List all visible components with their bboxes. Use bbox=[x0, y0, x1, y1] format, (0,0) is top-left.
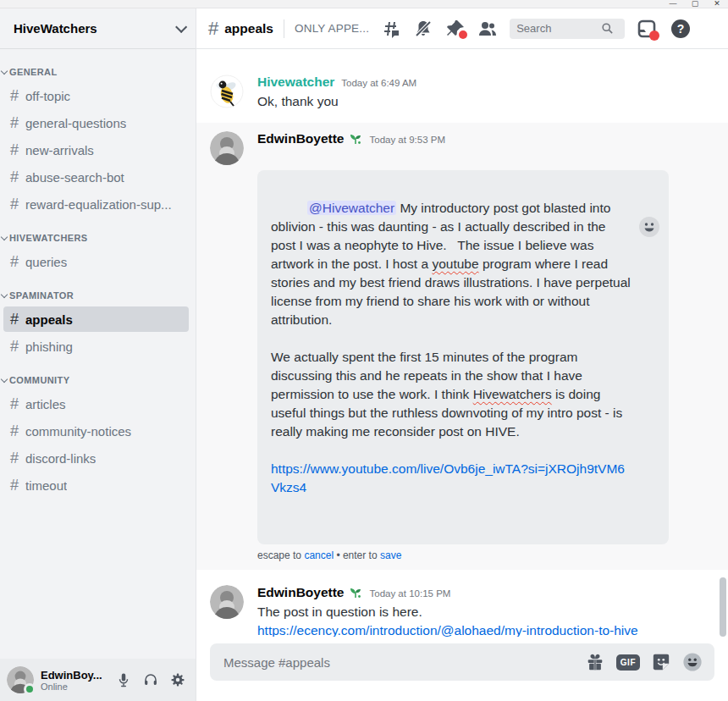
author-name[interactable]: EdwinBoyette bbox=[257, 585, 344, 600]
message-list: Hivewatcher Today at 6:49 AM Ok, thank y… bbox=[196, 49, 728, 637]
message-edwinboyette-editing: EdwinBoyette Today at 9:53 PM bbox=[196, 123, 728, 570]
channel-title: appeals bbox=[224, 21, 273, 36]
channel-topic[interactable]: ONLY APPE... bbox=[295, 22, 369, 35]
category-label: HIVEWATCHERS bbox=[9, 233, 88, 243]
category-header-community[interactable]: COMMUNITY bbox=[0, 371, 196, 389]
window-minimize-button[interactable]: — bbox=[662, 0, 684, 8]
channel-label: phishing bbox=[25, 339, 73, 354]
hash-icon: # bbox=[10, 311, 19, 328]
channel-list: GENERAL # off-topic # general-questions … bbox=[0, 49, 196, 659]
channel-label: community-notices bbox=[25, 424, 131, 439]
online-status-dot bbox=[24, 683, 36, 695]
pinned-messages-icon[interactable] bbox=[445, 19, 466, 39]
chevron-down-icon bbox=[175, 20, 187, 32]
message-edit-textarea[interactable]: @Hivewatcher My introductory post got bl… bbox=[257, 170, 669, 544]
category-general: GENERAL # off-topic # general-questions … bbox=[0, 63, 196, 217]
scrollbar-thumb[interactable] bbox=[720, 577, 726, 637]
sidebar-item-appeals[interactable]: # appeals bbox=[3, 306, 189, 332]
microphone-icon[interactable] bbox=[113, 669, 135, 691]
category-header-spaminator[interactable]: SPAMINATOR bbox=[0, 286, 196, 305]
help-icon[interactable]: ? bbox=[670, 19, 691, 39]
category-header-general[interactable]: GENERAL bbox=[0, 63, 196, 81]
search-input[interactable] bbox=[516, 22, 601, 35]
server-header[interactable]: HiveWatchers bbox=[0, 8, 196, 49]
hash-icon: # bbox=[10, 338, 19, 356]
seedling-badge-icon bbox=[349, 132, 362, 146]
user-panel: EdwinBoy... Online bbox=[0, 659, 196, 701]
emoji-picker-icon[interactable] bbox=[638, 179, 660, 201]
sidebar-item-reward-equalization[interactable]: # reward-equalization-sup... bbox=[3, 191, 189, 217]
sidebar-item-general-questions[interactable]: # general-questions bbox=[3, 110, 189, 135]
hash-icon: # bbox=[208, 18, 218, 40]
channel-label: off-topic bbox=[25, 89, 70, 103]
avatar[interactable] bbox=[7, 666, 34, 693]
message-timestamp: Today at 10:15 PM bbox=[369, 588, 450, 599]
red-dot-badge bbox=[459, 30, 467, 39]
channel-label: new-arrivals bbox=[25, 143, 94, 157]
inbox-icon[interactable] bbox=[637, 19, 657, 39]
cancel-link[interactable]: cancel bbox=[304, 549, 334, 561]
emoji-picker-icon[interactable] bbox=[682, 652, 703, 672]
message-text: Ok, thank you bbox=[257, 92, 714, 111]
user-info[interactable]: EdwinBoy... Online bbox=[41, 669, 113, 692]
message-text: The post in question is here. bbox=[257, 603, 714, 621]
threads-icon[interactable] bbox=[381, 19, 401, 39]
sidebar-item-abuse-search-bot[interactable]: # abuse-search-bot bbox=[3, 164, 189, 190]
channel-header: # appeals ONLY APPE... bbox=[196, 8, 728, 49]
sidebar-item-phishing[interactable]: # phishing bbox=[3, 334, 189, 359]
category-label: SPAMINATOR bbox=[9, 290, 74, 301]
channel-label: articles bbox=[25, 397, 66, 411]
message-timestamp: Today at 6:49 AM bbox=[341, 78, 416, 88]
message-input[interactable] bbox=[223, 655, 586, 670]
hash-icon: # bbox=[10, 196, 19, 213]
hash-icon: # bbox=[10, 141, 19, 159]
sidebar-item-off-topic[interactable]: # off-topic bbox=[3, 83, 189, 108]
window-close-button[interactable]: ✕ bbox=[706, 0, 728, 8]
category-spaminator: SPAMINATOR # appeals # phishing bbox=[0, 286, 196, 359]
save-link[interactable]: save bbox=[380, 549, 401, 561]
message-row: EdwinBoyette Today at 9:53 PM bbox=[196, 130, 728, 165]
avatar-edwinboyette[interactable] bbox=[210, 585, 244, 619]
avatar-edwinboyette[interactable] bbox=[210, 131, 244, 165]
channel-label: appeals bbox=[25, 312, 73, 327]
gif-picker-icon[interactable]: GIF bbox=[616, 654, 640, 671]
user-mention[interactable]: @Hivewatcher bbox=[307, 201, 396, 215]
channel-label: queries bbox=[25, 255, 67, 269]
youtube-live-link[interactable]: https://www.youtube.com/live/Ovb6je_iwTA… bbox=[271, 461, 625, 494]
channel-sidebar: HiveWatchers GENERAL # off-topic # gener… bbox=[0, 8, 196, 701]
sidebar-item-discord-links[interactable]: # discord-links bbox=[3, 445, 189, 471]
username: EdwinBoy... bbox=[41, 669, 113, 682]
gift-icon[interactable] bbox=[586, 653, 604, 671]
category-label: COMMUNITY bbox=[9, 375, 69, 385]
message-timestamp: Today at 9:53 PM bbox=[369, 135, 445, 145]
search-box bbox=[510, 19, 625, 39]
sidebar-item-queries[interactable]: # queries bbox=[3, 249, 189, 274]
hash-icon: # bbox=[10, 395, 19, 413]
ecency-post-link[interactable]: https://ecency.com/introduction/@alohaed… bbox=[257, 623, 638, 637]
window-titlebar: — ▢ ✕ bbox=[0, 0, 728, 8]
author-name[interactable]: Hivewatcher bbox=[257, 75, 334, 90]
hint-text: • enter to bbox=[334, 549, 380, 561]
category-header-hivewatchers[interactable]: HIVEWATCHERS bbox=[0, 229, 196, 247]
gear-icon[interactable] bbox=[167, 669, 189, 691]
server-name: HiveWatchers bbox=[14, 21, 175, 36]
svg-text:?: ? bbox=[677, 22, 685, 36]
avatar-hivewatcher[interactable] bbox=[210, 75, 244, 108]
window-maximize-button[interactable]: ▢ bbox=[684, 0, 706, 8]
sidebar-item-new-arrivals[interactable]: # new-arrivals bbox=[3, 137, 189, 163]
edit-text: program where I read stories and my best… bbox=[271, 257, 634, 401]
notifications-muted-bell-icon[interactable] bbox=[413, 19, 433, 39]
sidebar-item-articles[interactable]: # articles bbox=[3, 391, 189, 417]
channel-label: reward-equalization-sup... bbox=[25, 197, 172, 212]
discord-app-window: — ▢ ✕ HiveWatchers GENERAL # off-topic # bbox=[0, 0, 728, 701]
hash-icon: # bbox=[10, 253, 19, 271]
sticker-icon[interactable] bbox=[652, 653, 670, 671]
hash-icon: # bbox=[10, 114, 19, 132]
sidebar-item-timeout[interactable]: # timeout bbox=[3, 472, 189, 498]
search-icon[interactable] bbox=[601, 22, 614, 35]
author-name[interactable]: EdwinBoyette bbox=[257, 131, 344, 146]
chat-main: # appeals ONLY APPE... bbox=[196, 8, 728, 701]
headphones-icon[interactable] bbox=[140, 669, 162, 691]
sidebar-item-community-notices[interactable]: # community-notices bbox=[3, 418, 189, 444]
member-list-icon[interactable] bbox=[477, 19, 498, 39]
